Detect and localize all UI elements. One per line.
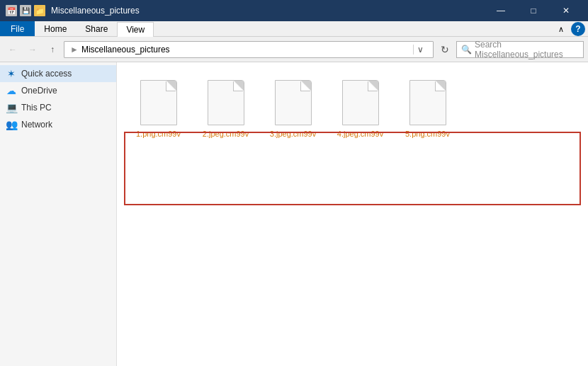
address-bar[interactable]: ► Miscellaneous_pictures ∨ (64, 41, 434, 58)
tab-home[interactable]: Home (35, 21, 76, 36)
sidebar-label-quick-access: Quick access (21, 69, 72, 79)
maximize-button[interactable]: □ (517, 0, 550, 21)
refresh-button[interactable]: ↻ (436, 41, 453, 58)
tab-file[interactable]: File (0, 21, 35, 36)
close-button[interactable]: ✕ (550, 0, 582, 21)
main-area: ✶ Quick access ☁ OneDrive 💻 This PC 👥 Ne… (0, 62, 588, 366)
ribbon-tabs: File Home Share View ∧ ? (0, 21, 588, 37)
folder-icon: 📁 (34, 5, 45, 16)
network-icon: 👥 (6, 119, 17, 130)
up-button[interactable]: ↑ (44, 41, 61, 58)
forward-button[interactable]: → (24, 41, 41, 58)
cloud-icon: ☁ (6, 85, 17, 96)
file-icon-wrapper (272, 78, 315, 127)
file-item[interactable]: 5.png.cm99v (397, 74, 458, 142)
help-button[interactable]: ? (571, 22, 585, 36)
content-area: 1.png.cm99v 2.jpeg.cm99v 3.jpeg.cm99v 4.… (117, 62, 588, 366)
sidebar-item-quick-access[interactable]: ✶ Quick access (0, 65, 116, 82)
sidebar-label-this-pc: This PC (21, 103, 52, 113)
sidebar-item-this-pc[interactable]: 💻 This PC (0, 99, 116, 116)
file-icon-wrapper (407, 78, 449, 127)
file-icon-shape (208, 80, 244, 125)
sidebar: ✶ Quick access ☁ OneDrive 💻 This PC 👥 Ne… (0, 62, 117, 366)
file-item[interactable]: 2.jpeg.cm99v (196, 74, 256, 142)
ribbon-collapse-button[interactable]: ∧ (554, 22, 568, 36)
sidebar-label-onedrive: OneDrive (21, 86, 57, 96)
sidebar-item-onedrive[interactable]: ☁ OneDrive (0, 82, 116, 99)
computer-icon: 💻 (6, 102, 17, 113)
file-icon-wrapper (137, 78, 180, 127)
file-name: 1.png.cm99v (136, 129, 181, 139)
path-text: Miscellaneous_pictures (81, 45, 170, 55)
tab-share[interactable]: Share (76, 21, 117, 36)
minimize-button[interactable]: — (485, 0, 517, 21)
window-controls: — □ ✕ (485, 0, 582, 21)
address-dropdown-button[interactable]: ∨ (413, 45, 427, 55)
sidebar-label-network: Network (21, 120, 52, 130)
search-bar[interactable]: 🔍 Search Miscellaneous_pictures (456, 41, 584, 58)
file-name: 4.jpeg.cm99v (337, 129, 383, 139)
tab-view[interactable]: View (117, 22, 154, 37)
star-icon: ✶ (6, 68, 17, 79)
path-chevron-icon: ► (70, 45, 79, 55)
address-path: ► Miscellaneous_pictures (70, 45, 413, 55)
title-bar: 📅 💾 📁 Miscellaneous_pictures — □ ✕ (0, 0, 588, 21)
file-item[interactable]: 3.jpeg.cm99v (263, 74, 323, 142)
sidebar-item-network[interactable]: 👥 Network (0, 116, 116, 133)
file-icon-wrapper (205, 78, 247, 127)
file-item[interactable]: 4.jpeg.cm99v (330, 74, 390, 142)
file-name: 2.jpeg.cm99v (203, 129, 249, 139)
window-title: Miscellaneous_pictures (51, 6, 485, 16)
save-icon: 💾 (20, 5, 31, 16)
file-icon-shape (140, 80, 177, 125)
back-button[interactable]: ← (4, 41, 21, 58)
file-item[interactable]: 1.png.cm99v (128, 74, 188, 142)
quick-access-icon: 📅 (6, 5, 17, 16)
file-name: 3.jpeg.cm99v (270, 129, 316, 139)
file-icon-shape (342, 80, 379, 125)
file-icon-shape (275, 80, 312, 125)
file-icon-wrapper (339, 78, 382, 127)
search-placeholder: Search Miscellaneous_pictures (475, 40, 579, 59)
title-bar-icons: 📅 💾 📁 (6, 5, 45, 16)
ribbon-right: ∧ ? (554, 22, 588, 36)
file-name: 5.png.cm99v (405, 129, 450, 139)
search-icon: 🔍 (461, 45, 472, 55)
files-grid: 1.png.cm99v 2.jpeg.cm99v 3.jpeg.cm99v 4.… (125, 71, 579, 144)
toolbar: ← → ↑ ► Miscellaneous_pictures ∨ ↻ 🔍 Sea… (0, 37, 588, 62)
file-icon-shape (409, 80, 446, 125)
